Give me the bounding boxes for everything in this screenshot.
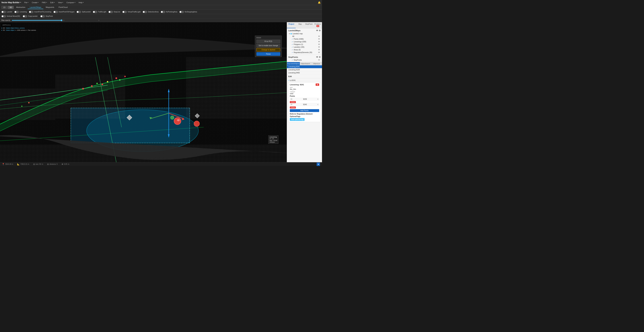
menu-file[interactable]: File▾	[23, 1, 30, 4]
viewport[interactable]: 15FPS (0-1) ● 2D: Select object Move_cam…	[0, 22, 287, 162]
tabs-row: 2D 3D Abstraction Lanelet2Maps Waypoints…	[0, 5, 322, 10]
location-icon: 📍	[2, 163, 4, 165]
toggle-linestring-switch[interactable]	[14, 11, 19, 13]
detail-card-header: Linestring: 9241 🗑	[290, 83, 319, 86]
edit-section: Edit Ls:9241 Linestring: 9241 🗑 type lin…	[287, 74, 322, 162]
eye-icon[interactable]: 👁	[316, 29, 318, 32]
eye-regulatory-elements[interactable]: 👁	[318, 51, 320, 53]
raycasted-item-9109[interactable]: Linestring:9109	[287, 68, 322, 71]
status-step: ✥ 0.05 m	[62, 163, 69, 165]
field-subtype: subtype solid	[290, 91, 319, 95]
toggle-stop-line-switch[interactable]	[108, 11, 113, 13]
delete-linestring-button[interactable]: 🗑	[316, 83, 319, 86]
layer-all: All 👁	[288, 35, 321, 38]
toggle-virtual-traffic-light: VirtualTrafficLight	[122, 11, 140, 13]
app-title: Vector Map Builder ▾	[1, 1, 21, 4]
delete-point-9240-button[interactable]: Delete	[290, 106, 296, 108]
subtab-object-list[interactable]: ObjectList	[311, 62, 322, 65]
eye-linestrings[interactable]: 👁	[318, 41, 320, 43]
eye-polygons[interactable]: 👁	[318, 43, 320, 45]
fps-indicator: 15FPS (0-1)	[1, 24, 12, 27]
eye-stoppoints-item[interactable]: 👁	[318, 59, 320, 61]
tab-problem[interactable]: Problem 36	[313, 22, 322, 28]
toggle-insert-point-polygon-switch[interactable]	[53, 11, 58, 13]
option-copy-lanelet: CopyLanelet	[23, 15, 38, 18]
tab-stoppoint[interactable]: StopPoint	[304, 22, 313, 28]
point-row-9240: ID: 9240 >	[290, 103, 319, 106]
field-type: type line_thin	[290, 86, 319, 90]
svg-point-29	[174, 117, 181, 125]
opacity-slider[interactable]	[12, 20, 62, 21]
step-icon: ✥	[62, 163, 63, 165]
gear-icon[interactable]: ⚙	[319, 29, 321, 32]
toggle-lanelet-switch[interactable]	[1, 11, 6, 13]
tab-map[interactable]: Map	[296, 22, 304, 28]
toggle-no-parking: NoParkingArea	[161, 11, 178, 13]
change-to-dashed-button[interactable]: Change to dashed	[256, 48, 280, 52]
status-distance: 📍 3644.46 m	[2, 163, 13, 165]
menu-compare[interactable]: Compare▾	[65, 1, 76, 4]
toggle-no-stopping-switch[interactable]	[179, 11, 184, 13]
right-panel-tabs: Project Map StopPoint Problem 36	[287, 22, 322, 28]
sub-tabs: RaycastedObjects ObjectSearch ObjectList	[287, 62, 322, 65]
raycasted-item-9465[interactable]: Linestring:9465	[287, 71, 322, 74]
mode-3d-button[interactable]: 3D	[8, 6, 14, 9]
toggle-traffic-light-switch[interactable]	[93, 11, 98, 13]
gear-stoppoints[interactable]: ⚙	[319, 56, 321, 58]
layer-areas: ✓ Areas (0) 👁	[288, 48, 321, 51]
raycasted-item-9241[interactable]: Linestring:9241	[287, 65, 322, 68]
toggle-stop-point-switch[interactable]	[40, 15, 45, 18]
mode-2d-button[interactable]: 2D	[1, 6, 8, 9]
tab-waypoints[interactable]: Waypoints	[44, 6, 56, 9]
coordinate-icon: 📐	[17, 163, 20, 165]
status-bar: 📍 3644.46 m 📐 73813.31 m ⊞ size 50 m ⊞ d…	[0, 162, 322, 166]
toggle-split-lanelet-switch[interactable]	[76, 11, 81, 13]
menu-help[interactable]: Help▾	[77, 1, 85, 4]
action-panel: Action Fit to PCD Set to enable lane cha…	[255, 36, 282, 57]
eye-areas[interactable]: 👁	[318, 49, 320, 51]
eye-all[interactable]: 👁	[318, 35, 320, 37]
blue-button[interactable]: ■	[317, 162, 320, 166]
subtab-object-search[interactable]: ObjectSearch	[300, 62, 311, 65]
svg-rect-36	[55, 75, 125, 119]
toggle-copy-lanelet-switch[interactable]	[23, 15, 27, 18]
subtab-raycasted[interactable]: RaycastedObjects	[287, 62, 300, 65]
toggle-insert-point-linestring-switch[interactable]	[29, 11, 34, 13]
menu-view[interactable]: View▾	[57, 1, 64, 4]
tab-pointcloud[interactable]: PointCloud	[56, 6, 70, 9]
focus-button[interactable]: Focus	[256, 52, 280, 56]
eye-points[interactable]: 👁	[318, 38, 320, 40]
linestring-tooltip: Linestring id: 132 type: virtual subtype…	[268, 135, 278, 144]
size-icon: ⊞	[33, 163, 35, 165]
fit-to-pcd-button[interactable]: Fit to PCD	[256, 40, 280, 43]
optional-tags-section: OptionalTags Add optional tag	[290, 115, 319, 121]
svg-rect-35	[0, 89, 55, 120]
eye-lanelets[interactable]: 👁	[318, 46, 320, 48]
add-optional-tag-button[interactable]: Add optional tag	[290, 118, 304, 121]
toggle-vertical-move-switch[interactable]	[1, 15, 6, 18]
enable-lane-change-button[interactable]: Set to enable lane change	[256, 44, 280, 47]
menu-edit[interactable]: Edit▾	[49, 1, 56, 4]
eye-stoppoints[interactable]: 👁	[316, 56, 318, 58]
tree-dot	[290, 33, 292, 34]
layer-linestrings: ✓ Linestrings (638) 👁	[288, 40, 321, 43]
menu-create[interactable]: Create▾	[30, 1, 40, 4]
svg-point-30	[177, 119, 180, 121]
ls-badge: Ls:9241	[288, 79, 296, 81]
tab-abstraction[interactable]: Abstraction	[14, 6, 27, 9]
add-points-button[interactable]: Add Points	[290, 109, 319, 112]
toggle-no-parking-switch[interactable]	[161, 11, 165, 13]
camera-controls: ● 2D: Select object Move_camera ● 3D: Se…	[1, 27, 36, 31]
toggle-detection-area: DetectionArea	[142, 11, 158, 13]
stoppoints-header: StopPoints 👁 ⚙	[288, 56, 321, 59]
stoppoints-section: StopPoints 👁 ⚙ ✓ StopPoints 👁	[287, 55, 322, 62]
toggle-detection-area-switch[interactable]	[142, 11, 147, 13]
notification-icon[interactable]: 🔔	[318, 1, 321, 4]
tab-project[interactable]: Project	[287, 22, 296, 28]
opacity-row: Map opacity 0 1	[0, 19, 322, 22]
delete-point-9239-button[interactable]: Delete	[290, 101, 296, 103]
toggle-virtual-traffic-light-switch[interactable]	[122, 11, 127, 13]
tab-lanelet2maps[interactable]: Lanelet2Maps	[28, 6, 43, 9]
option-stop-point: StopPoint	[40, 15, 53, 18]
menu-fms[interactable]: FMS▾	[40, 1, 48, 4]
